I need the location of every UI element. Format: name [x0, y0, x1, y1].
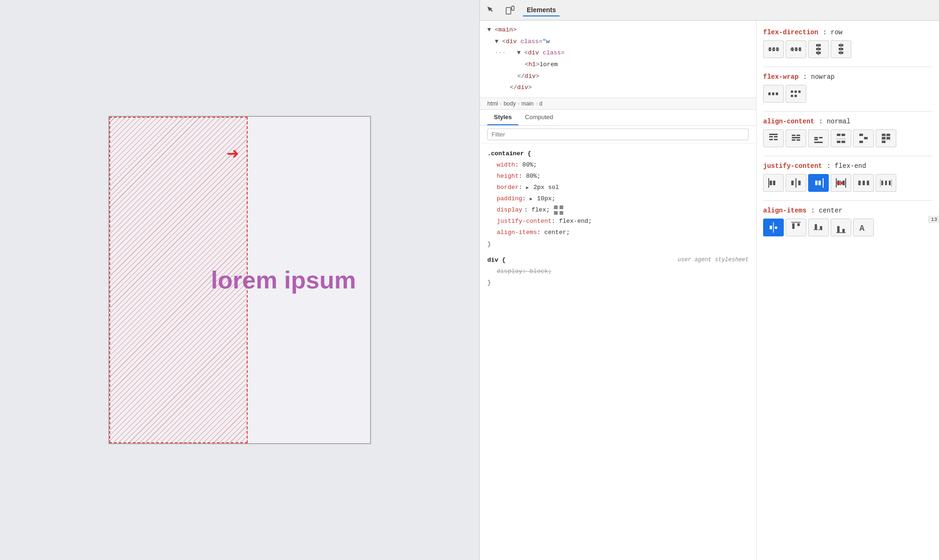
- fw-nowrap-btn[interactable]: [763, 85, 784, 103]
- ac-btn-4[interactable]: [831, 129, 851, 147]
- svg-rect-42: [792, 139, 795, 141]
- align-content-section: align-content : normal: [763, 117, 932, 147]
- svg-rect-95: [842, 229, 845, 233]
- css-prop-border[interactable]: border: ▶ 2px sol: [497, 182, 749, 193]
- justify-content-buttons: ➜: [763, 174, 932, 192]
- css-prop-display-div[interactable]: display: block;: [497, 266, 749, 277]
- justify-content-value: : flex-end: [827, 162, 866, 170]
- filter-bar: [480, 126, 756, 144]
- svg-rect-2: [554, 205, 558, 209]
- fd-col-reverse-btn[interactable]: [831, 40, 851, 58]
- fd-row-btn[interactable]: [763, 40, 784, 58]
- svg-rect-43: [796, 139, 800, 141]
- devtools-panel: Elements ▼ <main> ▼ <div class="w ··· ▼: [479, 0, 939, 560]
- svg-text:A: A: [859, 224, 865, 232]
- ai-btn-5[interactable]: A: [853, 219, 874, 236]
- tab-styles[interactable]: Styles: [487, 110, 518, 125]
- filter-input[interactable]: [487, 129, 749, 140]
- ac-btn-1[interactable]: [763, 129, 784, 147]
- bc-sep2: ›: [518, 100, 520, 107]
- bc-d[interactable]: d: [539, 100, 543, 107]
- preview-text: lorem ipsum: [211, 266, 356, 294]
- jc-btn-4[interactable]: [831, 174, 851, 192]
- ai-btn-3[interactable]: [808, 219, 829, 236]
- fw-wrap-btn[interactable]: [786, 85, 806, 103]
- svg-rect-48: [837, 134, 841, 136]
- ac-btn-6[interactable]: [876, 129, 896, 147]
- css-prop-height[interactable]: height: 80%;: [497, 171, 749, 182]
- tree-line-closediv1[interactable]: </div>: [517, 71, 749, 83]
- jc-btn-2[interactable]: [786, 174, 806, 192]
- inspect-icon[interactable]: [485, 5, 497, 16]
- jc-btn-3[interactable]: [808, 174, 829, 192]
- ac-btn-5[interactable]: [853, 129, 874, 147]
- bc-main[interactable]: main: [522, 100, 534, 107]
- devtools-content: ▼ <main> ▼ <div class="w ··· ▼ <div clas…: [480, 21, 939, 560]
- divider-1: [763, 67, 932, 67]
- svg-rect-76: [858, 181, 861, 185]
- css-prop-align[interactable]: align-items: center;: [497, 227, 749, 238]
- fd-row-reverse-btn[interactable]: [786, 40, 806, 58]
- css-prop-width[interactable]: width: 80%;: [497, 159, 749, 171]
- css-prop-padding[interactable]: padding: ▶ 10px;: [497, 193, 749, 204]
- svg-rect-37: [769, 139, 773, 140]
- svg-rect-49: [841, 134, 845, 136]
- bc-body[interactable]: body: [504, 100, 516, 107]
- flex-direction-label: flex-direction: [763, 29, 818, 36]
- devtools-left: ▼ <main> ▼ <div class="w ··· ▼ <div clas…: [480, 21, 756, 560]
- svg-rect-65: [773, 181, 775, 185]
- svg-marker-20: [817, 54, 820, 55]
- flex-direction-header: flex-direction : row: [763, 28, 932, 37]
- divider-2: [763, 111, 932, 112]
- svg-rect-89: [797, 223, 800, 226]
- tree-line-h1[interactable]: <h1>lorem: [525, 59, 749, 71]
- ai-btn-2[interactable]: [786, 219, 806, 236]
- ai-btn-4[interactable]: [831, 219, 851, 236]
- svg-rect-70: [818, 181, 821, 185]
- align-items-buttons: A: [763, 219, 932, 236]
- svg-marker-10: [778, 48, 780, 51]
- ac-btn-3[interactable]: [808, 129, 829, 147]
- tab-computed[interactable]: Computed: [518, 110, 560, 125]
- svg-rect-52: [841, 141, 845, 143]
- ac-btn-2[interactable]: [786, 129, 806, 147]
- style-tabs: Styles Computed: [480, 110, 756, 126]
- jc-btn-5[interactable]: [853, 174, 874, 192]
- svg-rect-28: [776, 92, 778, 95]
- elements-tab[interactable]: Elements: [523, 4, 560, 16]
- flex-wrap-value: : nowrap: [803, 73, 834, 81]
- css-prop-display[interactable]: display: flex;: [497, 204, 749, 216]
- svg-rect-59: [882, 137, 886, 139]
- breadcrumb: html › body › main › d: [480, 98, 756, 110]
- css-prop-justify[interactable]: justify-content: flex-end;: [497, 216, 749, 227]
- svg-rect-34: [769, 134, 778, 135]
- svg-marker-25: [840, 43, 842, 45]
- jc-btn-6[interactable]: [876, 174, 896, 192]
- svg-rect-77: [863, 181, 865, 185]
- svg-rect-91: [815, 224, 817, 230]
- svg-rect-3: [560, 205, 563, 209]
- device-icon[interactable]: [504, 5, 515, 16]
- svg-rect-40: [792, 135, 795, 136]
- svg-rect-29: [791, 91, 793, 93]
- align-items-section: align-items : center: [763, 206, 932, 236]
- svg-rect-71: [815, 181, 818, 185]
- tree-line-closediv2[interactable]: </div>: [510, 82, 749, 94]
- tree-line-div1[interactable]: ▼ <div class="w: [495, 36, 749, 48]
- jc-btn-1[interactable]: [763, 174, 784, 192]
- svg-rect-60: [886, 137, 890, 139]
- css-selector-div[interactable]: div {: [487, 257, 506, 264]
- svg-rect-5: [560, 211, 563, 215]
- align-items-label: align-items: [763, 207, 806, 214]
- svg-rect-55: [859, 141, 863, 143]
- svg-rect-39: [792, 137, 800, 138]
- svg-rect-79: [881, 181, 883, 185]
- flex-icon-inline[interactable]: [553, 205, 564, 215]
- fd-col-btn[interactable]: [808, 40, 829, 58]
- css-selector-container[interactable]: .container {: [487, 150, 531, 157]
- bc-html[interactable]: html: [487, 100, 498, 107]
- ai-btn-1[interactable]: [763, 219, 784, 236]
- svg-rect-46: [819, 137, 823, 138]
- align-content-header: align-content : normal: [763, 117, 932, 126]
- tree-line-main[interactable]: ▼ <main>: [487, 24, 749, 36]
